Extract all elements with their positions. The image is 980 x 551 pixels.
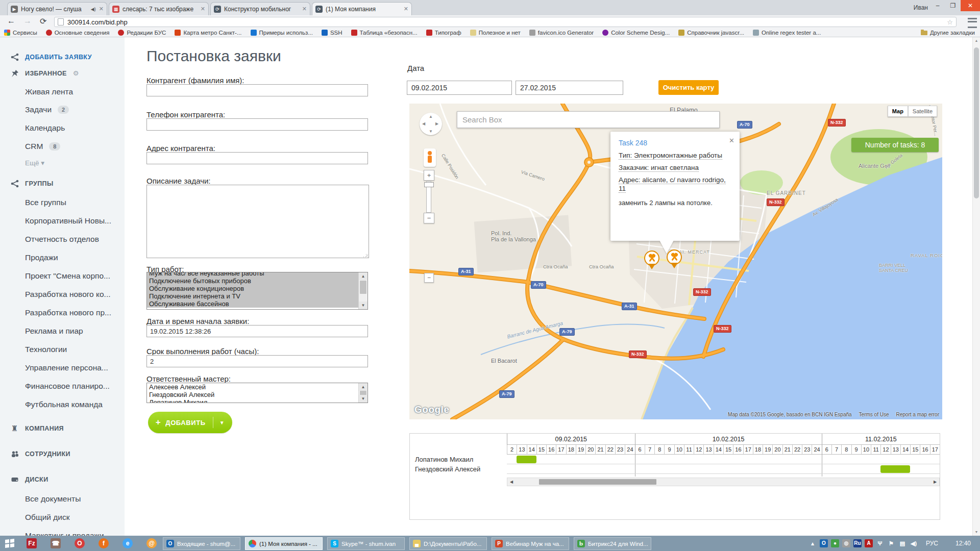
resize-handle-icon[interactable] xyxy=(363,253,368,257)
bookmark-item[interactable]: Карта метро Санкт-... xyxy=(175,30,241,36)
map-search-input[interactable] xyxy=(457,111,720,128)
volume-icon[interactable]: ◀) xyxy=(910,539,918,547)
terms-link[interactable]: Terms of Use xyxy=(859,412,889,417)
sidebar-item-технологии[interactable]: Технологии xyxy=(10,345,67,354)
bookmark-item[interactable]: Примеры использ... xyxy=(251,30,313,36)
work-type-option[interactable]: Муж на час/ все неуказанные работы xyxy=(147,272,359,277)
scroll-thumb[interactable] xyxy=(360,281,366,294)
adobe-tray-icon[interactable]: A xyxy=(865,539,873,547)
bookmark-item[interactable]: Сервисы xyxy=(4,30,37,36)
sidebar-item-управление-персона-[interactable]: Управление персона... xyxy=(10,363,108,372)
start-button[interactable] xyxy=(5,539,14,548)
master-option[interactable]: Гнездовский Алексей xyxy=(147,391,359,398)
outlook-tray-icon[interactable]: O xyxy=(820,539,828,547)
sidebar-item-разработка-нового-ко-[interactable]: Разработка нового ко... xyxy=(10,290,111,299)
sidebar-item-все-документы[interactable]: Все документы xyxy=(10,494,81,504)
bookmark-item[interactable]: Редакции БУС xyxy=(118,30,166,36)
pan-left-icon[interactable]: ◀ xyxy=(422,121,425,126)
sidebar-item-диски[interactable]: ДИСКИ xyxy=(10,475,48,484)
pan-down-icon[interactable]: ▼ xyxy=(429,129,433,134)
sidebar-item-crm[interactable]: CRM8 xyxy=(10,142,60,151)
description-textarea[interactable] xyxy=(146,185,369,258)
sidebar-item-сотрудники[interactable]: СОТРУДНИКИ xyxy=(10,449,70,458)
scroll-down-icon[interactable]: ▼ xyxy=(973,529,980,536)
address-input[interactable] xyxy=(146,152,368,164)
browser-tab[interactable]: ⟳(1) Моя компания✕ xyxy=(312,2,412,15)
bookmark-star-icon[interactable]: ☆ xyxy=(947,18,953,26)
start-datetime-input[interactable] xyxy=(146,325,368,337)
phone-input[interactable] xyxy=(146,118,368,131)
firefox-icon[interactable]: f xyxy=(99,538,109,548)
satellite-view-button[interactable]: Satellite xyxy=(908,106,937,117)
duration-input[interactable] xyxy=(146,355,368,367)
sidebar-item-корпоративный-новы-[interactable]: Корпоративный Новы... xyxy=(10,216,111,226)
bookmark-item[interactable]: SSH xyxy=(322,30,342,36)
add-request-button[interactable]: + ДОБАВИТЬ ▼ xyxy=(148,412,232,433)
info-window-close-icon[interactable]: ✕ xyxy=(729,137,734,144)
page-scrollbar[interactable]: ▲ ▼ xyxy=(972,37,980,536)
tab-close-icon[interactable]: ✕ xyxy=(302,6,307,12)
taskbar-clock[interactable]: 12:40 xyxy=(955,540,971,547)
chevron-down-icon[interactable]: ▼ xyxy=(219,420,225,425)
usb-icon[interactable]: Ψ xyxy=(876,539,884,547)
scroll-thumb[interactable] xyxy=(539,479,656,485)
taskbar-button[interactable]: PВебинар Муж на ча... xyxy=(492,537,569,550)
sidebar-item-футбольная-команда[interactable]: Футбольная команда xyxy=(10,400,103,409)
zoom-out-button[interactable]: − xyxy=(424,213,434,223)
date-to-input[interactable] xyxy=(516,81,623,95)
pan-up-icon[interactable]: ▲ xyxy=(429,114,433,119)
taskbar-button[interactable]: (1) Моя компания - ... xyxy=(245,537,323,550)
scroll-up-icon[interactable]: ▲ xyxy=(359,272,368,280)
tab-close-icon[interactable]: ✕ xyxy=(99,6,104,12)
browser-tab[interactable]: ▦слесарь: 7 тыс изображе✕ xyxy=(109,2,209,15)
sidebar-item-разработка-нового-пр-[interactable]: Разработка нового пр... xyxy=(10,308,111,317)
other-bookmarks-button[interactable]: Другие закладки xyxy=(921,30,975,36)
google-logo[interactable]: Google xyxy=(414,404,449,415)
sidebar-item-проект-смена-корпо-[interactable]: Проект "Смена корпо... xyxy=(10,271,110,281)
taskbar-button[interactable]: OВходящие - shum@... xyxy=(163,537,240,550)
timeline-scrollbar[interactable]: ◀ ▶ xyxy=(507,478,940,486)
sync-tray-icon[interactable]: ◎ xyxy=(842,539,850,547)
keyboard-language[interactable]: РУС xyxy=(926,540,938,547)
listbox-scrollbar[interactable]: ▲ ▼ xyxy=(358,272,368,309)
map-view-button[interactable]: Map xyxy=(888,106,908,117)
work-type-option[interactable]: Подключение интернета и TV xyxy=(147,292,359,300)
taskbar-button[interactable]: SSkype™ - shum.ivan xyxy=(327,537,405,550)
minimize-button[interactable]: – xyxy=(930,0,945,11)
sidebar-item-избранное[interactable]: ИЗБРАННОЕ⚙ xyxy=(10,69,79,78)
sidebar-item-группы[interactable]: ГРУППЫ xyxy=(10,179,54,188)
back-button[interactable]: ← xyxy=(7,16,15,26)
bookmark-item[interactable]: Справочник javascr... xyxy=(678,30,744,36)
sidebar-item-маркетинг-и-продажи[interactable]: Маркетинг и продажи xyxy=(10,531,104,536)
scroll-right-icon[interactable]: ▶ xyxy=(931,478,939,486)
scroll-down-icon[interactable]: ▼ xyxy=(359,302,368,309)
master-listbox[interactable]: Алексеев АлексейГнездовский АлексейЛопат… xyxy=(146,383,368,403)
task-marker[interactable] xyxy=(644,251,659,270)
work-type-option[interactable]: Обслуживание бассейнов xyxy=(147,300,359,308)
date-from-input[interactable] xyxy=(407,81,512,95)
sidebar-item-отчетность-отделов[interactable]: Отчетность отделов xyxy=(10,235,99,244)
sidebar-item-продажи[interactable]: Продажи xyxy=(10,253,58,262)
work-type-option[interactable]: Обслуживание кондиционеров xyxy=(147,285,359,292)
sidebar-item-календарь[interactable]: Календарь xyxy=(10,123,65,133)
work-type-option[interactable]: Подключение бытовых приборов xyxy=(147,277,359,285)
map-pan-control[interactable]: ▲ ▼ ◀ ▶ xyxy=(420,113,442,135)
tab-close-icon[interactable]: ✕ xyxy=(201,6,205,12)
zoom-slider-thumb[interactable] xyxy=(424,182,434,187)
scroll-thumb[interactable] xyxy=(974,47,979,198)
google-map[interactable]: El PalamoAlicante GolfEL GARBINETPol. In… xyxy=(409,104,942,419)
browser-menu-icon[interactable] xyxy=(968,18,977,28)
bookmark-item[interactable]: Color Scheme Desig... xyxy=(602,30,670,36)
scroll-left-icon[interactable]: ◀ xyxy=(507,478,516,486)
taskbar-button[interactable]: ▄D:\Документы\Рабо... xyxy=(409,537,487,550)
browser-profile-name[interactable]: Иван xyxy=(914,4,928,11)
zoom-out-secondary-button[interactable]: − xyxy=(424,273,434,283)
sidebar-item-ещё-[interactable]: Ещё ▾ xyxy=(10,159,44,167)
maximize-button[interactable]: ❐ xyxy=(945,0,961,11)
reload-button[interactable]: ⟳ xyxy=(40,16,46,26)
pegman-streetview-control[interactable] xyxy=(424,148,436,167)
sidebar-item-все-группы[interactable]: Все группы xyxy=(10,198,66,207)
sidebar-item-реклама-и-пиар[interactable]: Реклама и пиар xyxy=(10,327,83,336)
task-link[interactable]: Task 248 xyxy=(619,139,731,147)
url-text[interactable]: 300914.com/bid.php xyxy=(67,18,947,26)
